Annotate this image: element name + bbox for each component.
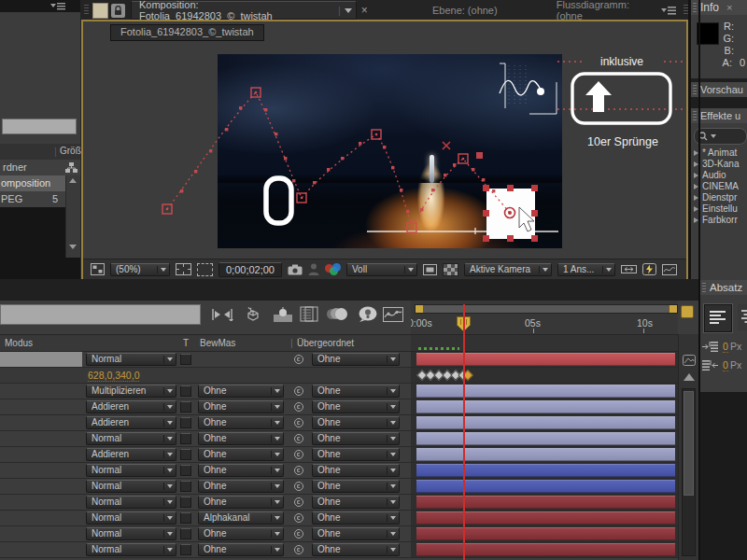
timeline-layer-row[interactable]: AddierenOhneOhne	[0, 415, 698, 431]
blend-mode-dropdown[interactable]: Addieren	[86, 448, 176, 461]
timeline-track[interactable]	[411, 384, 678, 399]
comp-button-icon[interactable]	[683, 355, 696, 366]
blend-mode-dropdown[interactable]: Normal	[86, 496, 176, 509]
view-layout-icon[interactable]	[91, 263, 105, 275]
track-matte-dropdown[interactable]: Alphakanal	[198, 511, 284, 525]
project-item-jpeg[interactable]: PEG 5	[0, 191, 65, 207]
comp-marker-bin[interactable]	[681, 305, 694, 318]
indent-left-row[interactable]: 0 Px	[702, 340, 747, 354]
tab-close-icon[interactable]: ×	[361, 4, 368, 17]
timeline-track[interactable]	[411, 431, 678, 446]
layer-duration-bar[interactable]	[416, 496, 675, 509]
scroll-up-icon[interactable]	[69, 178, 77, 183]
indent-left-value[interactable]: 0	[723, 341, 728, 353]
pixel-aspect-icon[interactable]	[621, 264, 637, 274]
align-left-button[interactable]	[704, 304, 732, 332]
horizontal-splitter[interactable]	[0, 279, 698, 301]
safe-margins-icon[interactable]	[176, 263, 191, 275]
blend-mode-dropdown[interactable]: Normal	[86, 527, 176, 540]
tab-menu-icon[interactable]	[345, 8, 352, 13]
timeline-track[interactable]	[411, 399, 678, 414]
timeline-layer-row[interactable]: NormalOhne	[0, 352, 698, 368]
current-time-indicator-line[interactable]	[463, 304, 465, 560]
timeline-layer-row[interactable]: NormalAlphakanalOhne	[0, 511, 698, 526]
comp-name-field[interactable]	[0, 304, 201, 325]
lock-icon[interactable]	[111, 4, 125, 18]
track-matte-dropdown[interactable]: Ohne	[198, 464, 284, 477]
viewer-pasteboard[interactable]: inklusive 10er Sprünge	[83, 41, 686, 259]
graph-editor-icon[interactable]	[383, 307, 403, 322]
blend-mode-dropdown[interactable]: Multiplizieren	[86, 385, 176, 398]
preserve-transparency-checkbox[interactable]	[180, 481, 191, 492]
parent-pickwhip-icon[interactable]	[294, 355, 303, 364]
timeline-layer-row[interactable]: MultiplizierenOhneOhne	[0, 384, 698, 399]
shy-layers-icon[interactable]	[274, 307, 292, 322]
motion-blur-icon[interactable]	[327, 308, 347, 321]
track-matte-dropdown[interactable]: Ohne	[198, 400, 284, 413]
time-ruler[interactable]: 0:00s 05s 10s	[411, 301, 678, 334]
parent-pickwhip-icon[interactable]	[294, 418, 303, 427]
layer-duration-bar[interactable]	[416, 480, 675, 493]
draft-3d-icon[interactable]	[245, 306, 261, 323]
tab-flowchart[interactable]: Flussdiagramm: (ohne	[557, 0, 676, 21]
track-matte-dropdown[interactable]: Ohne	[198, 496, 284, 509]
frame-blending-icon[interactable]	[300, 306, 318, 322]
parent-pickwhip-icon[interactable]	[294, 386, 303, 396]
blend-mode-dropdown[interactable]: Normal	[86, 432, 176, 445]
mini-flowchart-icon[interactable]	[211, 308, 233, 321]
timeline-layer-row[interactable]: NormalOhneOhne	[0, 431, 698, 447]
layer-duration-bar[interactable]	[416, 464, 675, 477]
timeline-scrollbar[interactable]	[682, 388, 696, 556]
parent-pickwhip-icon[interactable]	[294, 529, 303, 539]
parent-pickwhip-icon[interactable]	[294, 497, 303, 507]
preserve-transparency-checkbox[interactable]	[180, 465, 191, 476]
camera-view-dropdown[interactable]: Aktive Kamera	[464, 263, 552, 276]
project-item-composition[interactable]: omposition	[0, 175, 65, 191]
snapshot-camera-icon[interactable]	[288, 264, 303, 275]
timeline-track[interactable]	[411, 511, 678, 525]
parent-dropdown[interactable]: Ohne	[312, 511, 400, 525]
col-modus[interactable]: Modus	[5, 338, 33, 348]
timeline-track[interactable]	[411, 415, 678, 430]
parent-dropdown[interactable]: Ohne	[312, 496, 400, 509]
timeline-layer-row[interactable]: NormalOhneOhne	[0, 495, 698, 511]
track-matte-dropdown[interactable]: Ohne	[198, 416, 284, 429]
timeline-graph-icon[interactable]	[662, 264, 677, 275]
project-search-field[interactable]	[2, 119, 77, 134]
blend-mode-dropdown[interactable]: Normal	[86, 511, 176, 525]
parent-dropdown[interactable]: Ohne	[312, 448, 400, 461]
timeline-track[interactable]	[411, 495, 678, 510]
align-center-button[interactable]	[738, 304, 747, 330]
indent-right-row[interactable]: 0 Px	[702, 358, 747, 372]
target-region-icon[interactable]	[423, 264, 437, 275]
search-scope-icon[interactable]	[711, 134, 716, 138]
timeline-property-row[interactable]: 628,0,340,0	[0, 368, 698, 384]
layer-duration-bar[interactable]	[416, 400, 675, 413]
timeline-layer-row[interactable]: NormalOhneOhne	[0, 526, 698, 542]
timeline-track[interactable]	[411, 352, 678, 367]
effects-search-input[interactable]	[694, 128, 747, 145]
parent-pickwhip-icon[interactable]	[294, 402, 303, 412]
timeline-layer-row[interactable]: AddierenOhneOhne	[0, 399, 698, 415]
scroll-up-icon[interactable]	[684, 373, 695, 381]
parent-dropdown[interactable]: Ohne	[312, 480, 400, 493]
preserve-transparency-checkbox[interactable]	[180, 449, 191, 460]
comp-breadcrumb-tab[interactable]: Fotolia_61942803_©_twistah	[110, 24, 264, 41]
parent-pickwhip-icon[interactable]	[294, 434, 303, 443]
layer-duration-bar[interactable]	[416, 448, 675, 461]
track-matte-dropdown[interactable]: Ohne	[198, 527, 284, 540]
timeline-layer-row[interactable]: NormalOhneOhne	[0, 542, 698, 558]
parent-pickwhip-icon[interactable]	[294, 482, 303, 491]
preserve-transparency-checkbox[interactable]	[180, 401, 191, 413]
timeline-track[interactable]	[411, 368, 678, 383]
track-matte-dropdown[interactable]: Ohne	[198, 432, 284, 445]
project-scrollbar[interactable]	[65, 175, 80, 258]
parent-pickwhip-icon[interactable]	[294, 466, 303, 475]
resolution-dropdown[interactable]: Voll	[346, 263, 417, 276]
blend-mode-dropdown[interactable]: Normal	[86, 543, 176, 556]
parent-pickwhip-icon[interactable]	[294, 450, 303, 459]
layer-duration-bar[interactable]	[416, 353, 675, 366]
preserve-transparency-checkbox[interactable]	[180, 497, 191, 508]
tab-flowchart-menu-icon[interactable]	[661, 7, 676, 15]
blend-mode-dropdown[interactable]: Addieren	[86, 416, 176, 429]
